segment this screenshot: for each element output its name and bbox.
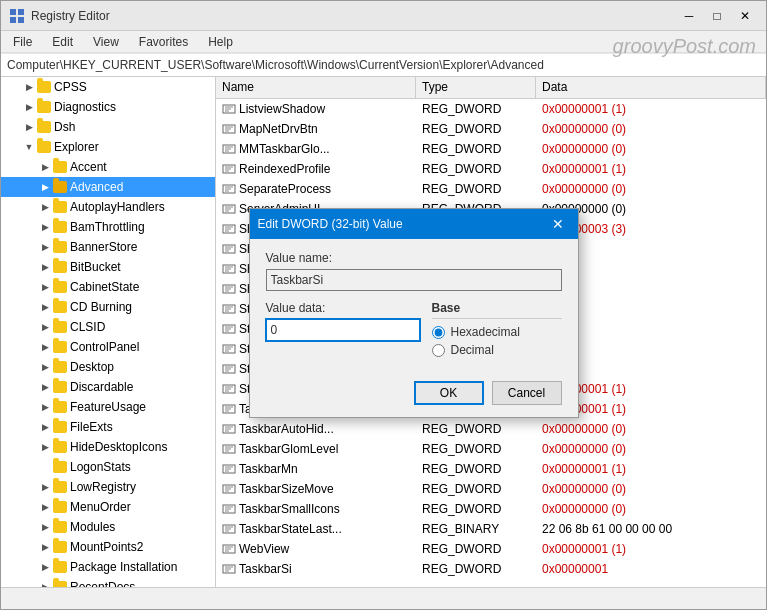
table-row[interactable]: TaskbarMn REG_DWORD 0x00000001 (1) — [216, 459, 766, 479]
base-section: Base Hexadecimal Decimal — [432, 301, 562, 361]
sidebar-item-cpss[interactable]: ▶ CPSS — [1, 77, 215, 97]
table-row[interactable]: TaskbarGlomLevel REG_DWORD 0x00000000 (0… — [216, 439, 766, 459]
sidebar-item-bannerstore[interactable]: ▶ BannerStore — [1, 237, 215, 257]
sidebar-item-cabinetstate[interactable]: ▶ CabinetState — [1, 277, 215, 297]
table-row[interactable]: ListviewShadow REG_DWORD 0x00000001 (1) — [216, 99, 766, 119]
sidebar-item-menuorder[interactable]: ▶ MenuOrder — [1, 497, 215, 517]
expand-icon: ▶ — [37, 499, 53, 515]
sidebar-item-discardable[interactable]: ▶ Discardable — [1, 377, 215, 397]
sidebar: ▶ CPSS ▶ Diagnostics ▶ Dsh ▼ — [1, 77, 216, 587]
registry-value-icon — [222, 342, 236, 356]
sidebar-item-recentdocs[interactable]: ▶ RecentDocs — [1, 577, 215, 587]
sidebar-label-accent: Accent — [70, 160, 107, 174]
minimize-button[interactable]: ─ — [676, 5, 702, 27]
sidebar-item-explorer[interactable]: ▼ Explorer — [1, 137, 215, 157]
table-row[interactable]: TaskbarSmallIcons REG_DWORD 0x00000000 (… — [216, 499, 766, 519]
value-name-input[interactable] — [266, 269, 562, 291]
header-name[interactable]: Name — [216, 77, 416, 98]
value-data-input[interactable] — [266, 319, 420, 341]
dialog-data-row: Value data: Base Hexadecimal Decimal — [266, 301, 562, 361]
expand-icon: ▶ — [37, 519, 53, 535]
cell-type: REG_DWORD — [416, 422, 536, 436]
cancel-button[interactable]: Cancel — [492, 381, 562, 405]
hexadecimal-radio[interactable] — [432, 326, 445, 339]
sidebar-item-desktop[interactable]: ▶ Desktop — [1, 357, 215, 377]
maximize-button[interactable]: □ — [704, 5, 730, 27]
table-row[interactable]: MMTaskbarGlo... REG_DWORD 0x00000000 (0) — [216, 139, 766, 159]
cell-type: REG_DWORD — [416, 562, 536, 576]
menu-favorites[interactable]: Favorites — [131, 33, 196, 51]
registry-value-icon — [222, 442, 236, 456]
expand-icon: ▶ — [37, 359, 53, 375]
hexadecimal-radio-label[interactable]: Hexadecimal — [432, 325, 562, 339]
dialog-close-button[interactable]: ✕ — [546, 213, 570, 235]
table-row[interactable]: ReindexedProfile REG_DWORD 0x00000001 (1… — [216, 159, 766, 179]
status-bar — [1, 587, 766, 609]
sidebar-item-autoplayhandlers[interactable]: ▶ AutoplayHandlers — [1, 197, 215, 217]
sidebar-label-controlpanel: ControlPanel — [70, 340, 139, 354]
cell-name: MapNetDrvBtn — [216, 122, 416, 136]
registry-value-icon — [222, 482, 236, 496]
table-row[interactable]: TaskbarAutoHid... REG_DWORD 0x00000000 (… — [216, 419, 766, 439]
table-row[interactable]: TaskbarStateLast... REG_BINARY 22 06 8b … — [216, 519, 766, 539]
sidebar-item-controlpanel[interactable]: ▶ ControlPanel — [1, 337, 215, 357]
registry-value-icon — [222, 242, 236, 256]
sidebar-item-hidedesktopicons[interactable]: ▶ HideDesktopIcons — [1, 437, 215, 457]
expand-icon: ▶ — [21, 99, 37, 115]
registry-value-icon — [222, 162, 236, 176]
registry-value-icon — [222, 102, 236, 116]
sidebar-item-fileexts[interactable]: ▶ FileExts — [1, 417, 215, 437]
sidebar-item-clsid[interactable]: ▶ CLSID — [1, 317, 215, 337]
sidebar-item-lowregistry[interactable]: ▶ LowRegistry — [1, 477, 215, 497]
sidebar-item-cdburning[interactable]: ▶ CD Burning — [1, 297, 215, 317]
header-data[interactable]: Data — [536, 77, 766, 98]
cell-type: REG_DWORD — [416, 502, 536, 516]
table-row[interactable]: TaskbarSizeMove REG_DWORD 0x00000000 (0) — [216, 479, 766, 499]
sidebar-item-logonstats[interactable]: LogonStats — [1, 457, 215, 477]
table-row[interactable]: WebView REG_DWORD 0x00000001 (1) — [216, 539, 766, 559]
registry-value-icon — [222, 182, 236, 196]
sidebar-item-dsh[interactable]: ▶ Dsh — [1, 117, 215, 137]
cell-type: REG_DWORD — [416, 162, 536, 176]
sidebar-label-advanced: Advanced — [70, 180, 123, 194]
sidebar-item-bamthrottling[interactable]: ▶ BamThrottling — [1, 217, 215, 237]
expand-icon: ▶ — [37, 479, 53, 495]
sidebar-item-advanced[interactable]: ▶ Advanced — [1, 177, 215, 197]
sidebar-label-lowregistry: LowRegistry — [70, 480, 136, 494]
ok-button[interactable]: OK — [414, 381, 484, 405]
decimal-radio[interactable] — [432, 344, 445, 357]
sidebar-label-cabinetstate: CabinetState — [70, 280, 139, 294]
table-row[interactable]: MapNetDrvBtn REG_DWORD 0x00000000 (0) — [216, 119, 766, 139]
expand-icon: ▶ — [37, 239, 53, 255]
address-text: Computer\HKEY_CURRENT_USER\Software\Micr… — [7, 58, 544, 72]
menu-file[interactable]: File — [5, 33, 40, 51]
sidebar-item-featureusage[interactable]: ▶ FeatureUsage — [1, 397, 215, 417]
sidebar-item-mountpoints2[interactable]: ▶ MountPoints2 — [1, 537, 215, 557]
sidebar-label-clsid: CLSID — [70, 320, 105, 334]
sidebar-item-accent[interactable]: ▶ Accent — [1, 157, 215, 177]
expand-icon: ▶ — [21, 79, 37, 95]
sidebar-item-bitbucket[interactable]: ▶ BitBucket — [1, 257, 215, 277]
sidebar-item-modules[interactable]: ▶ Modules — [1, 517, 215, 537]
sidebar-item-diagnostics[interactable]: ▶ Diagnostics — [1, 97, 215, 117]
sidebar-label-bamthrottling: BamThrottling — [70, 220, 145, 234]
data-section: Value data: — [266, 301, 420, 361]
cell-name: TaskbarAutoHid... — [216, 422, 416, 436]
edit-dword-dialog[interactable]: Edit DWORD (32-bit) Value ✕ Value name: … — [249, 208, 579, 418]
header-type[interactable]: Type — [416, 77, 536, 98]
cell-type: REG_DWORD — [416, 482, 536, 496]
close-button[interactable]: ✕ — [732, 5, 758, 27]
cell-name: TaskbarSizeMove — [216, 482, 416, 496]
menu-edit[interactable]: Edit — [44, 33, 81, 51]
expand-icon: ▶ — [37, 179, 53, 195]
menu-view[interactable]: View — [85, 33, 127, 51]
decimal-radio-label[interactable]: Decimal — [432, 343, 562, 357]
table-row[interactable]: TaskbarSi REG_DWORD 0x00000001 — [216, 559, 766, 579]
table-row[interactable]: SeparateProcess REG_DWORD 0x00000000 (0) — [216, 179, 766, 199]
registry-value-icon — [222, 562, 236, 576]
menu-help[interactable]: Help — [200, 33, 241, 51]
cell-type: REG_DWORD — [416, 122, 536, 136]
sidebar-item-packageinstallation[interactable]: ▶ Package Installation — [1, 557, 215, 577]
registry-value-icon — [222, 382, 236, 396]
cell-name: ListviewShadow — [216, 102, 416, 116]
